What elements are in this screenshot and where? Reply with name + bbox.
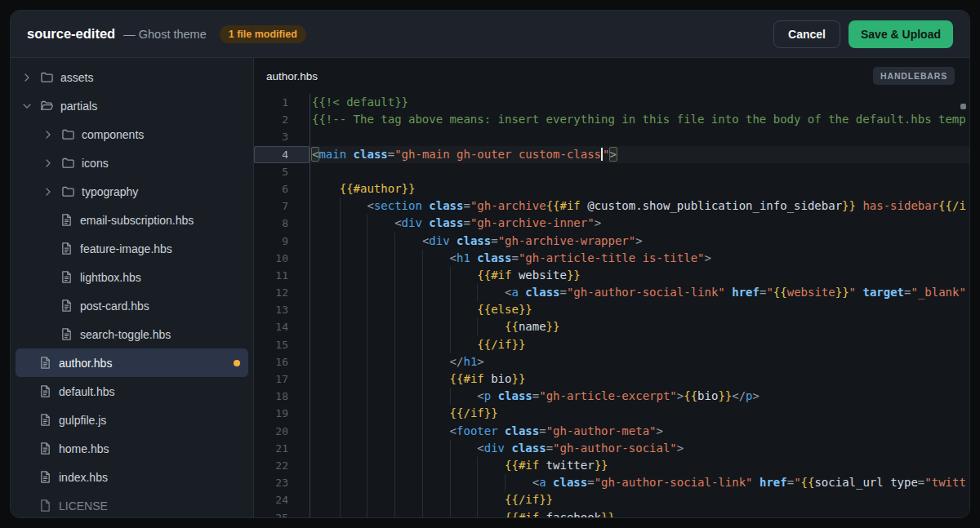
code-text: <a class="gh-author-social-link" href="{… — [310, 284, 969, 301]
file-tree: assetspartialscomponentsiconstypographye… — [11, 58, 254, 517]
code-line-14[interactable]: 14 {{name}} — [254, 318, 969, 335]
tree-file-lightbox-hbs[interactable]: lightbox.hbs — [16, 263, 248, 291]
line-number: 20 — [254, 423, 310, 440]
line-number: 15 — [254, 336, 310, 353]
editor-filename: author.hbs — [266, 70, 318, 82]
tree-file-search-toggle-hbs[interactable]: search-toggle.hbs — [16, 320, 248, 348]
code-line-21[interactable]: 21 <div class="gh-author-social"> — [254, 440, 969, 457]
tree-folder-assets[interactable]: assets — [16, 63, 248, 91]
code-line-12[interactable]: 12 <a class="gh-author-social-link" href… — [254, 284, 969, 301]
code-line-25[interactable]: 25 {{#if facebook}} — [254, 509, 969, 518]
code-text: <h1 class="gh-article-title is-title"> — [310, 250, 969, 267]
line-number: 17 — [254, 370, 310, 388]
header-actions: Cancel Save & Upload — [773, 20, 953, 48]
code-line-22[interactable]: 22 {{#if twitter}} — [254, 457, 969, 474]
tree-file-license[interactable]: LICENSE — [16, 491, 248, 517]
code-text: {{!< default}} — [310, 94, 969, 111]
tree-file-gulpfile-js[interactable]: gulpfile.js — [16, 406, 248, 434]
code-line-10[interactable]: 10 <h1 class="gh-article-title is-title"… — [254, 250, 969, 267]
line-number: 11 — [254, 267, 310, 284]
code-line-1[interactable]: 1{{!< default}} — [254, 94, 969, 111]
line-number: 8 — [254, 215, 310, 232]
cancel-button[interactable]: Cancel — [773, 20, 840, 48]
chevron-right-icon[interactable] — [20, 71, 33, 84]
line-number: 13 — [254, 301, 310, 318]
tree-item-label: LICENSE — [59, 499, 108, 512]
line-number: 5 — [254, 163, 310, 180]
editor-scrollbar-thumb[interactable] — [960, 104, 966, 109]
tree-folder-partials[interactable]: partials — [16, 91, 248, 120]
line-number: 16 — [254, 353, 310, 370]
line-number: 21 — [254, 440, 310, 457]
code-line-9[interactable]: 9 <div class="gh-archive-wrapper"> — [254, 233, 969, 250]
code-line-4[interactable]: 4<main class="gh-main gh-outer custom-cl… — [254, 146, 969, 163]
code-editor[interactable]: 1{{!< default}}2{{!-- The tag above mean… — [254, 94, 969, 517]
tree-item-label: partials — [60, 100, 97, 113]
file-plain-icon — [38, 499, 52, 512]
tree-file-home-hbs[interactable]: home.hbs — [16, 434, 248, 463]
line-number: 1 — [254, 94, 310, 111]
code-text: {{#author}} — [310, 180, 969, 197]
code-text: {{#if bio}} — [310, 370, 969, 388]
language-badge: HANDLEBARS — [873, 67, 955, 85]
chevron-down-icon[interactable] — [20, 100, 33, 113]
line-number: 19 — [254, 405, 310, 422]
code-text: {{name}} — [310, 318, 969, 335]
line-number: 3 — [254, 128, 310, 145]
code-line-3[interactable]: 3 — [254, 128, 969, 145]
code-line-17[interactable]: 17 {{#if bio}} — [254, 370, 969, 388]
tree-file-feature-image-hbs[interactable]: feature-image.hbs — [16, 234, 248, 263]
save-upload-button[interactable]: Save & Upload — [849, 20, 953, 48]
code-text — [310, 163, 969, 180]
tree-item-label: post-card.hbs — [80, 299, 149, 313]
gutter-divider — [310, 94, 310, 517]
modified-dot — [234, 360, 240, 366]
code-text: {{/if}} — [310, 405, 969, 422]
chevron-right-icon[interactable] — [42, 128, 55, 141]
main-content: assetspartialscomponentsiconstypographye… — [11, 58, 969, 517]
code-lines: 1{{!< default}}2{{!-- The tag above mean… — [254, 94, 969, 517]
code-line-20[interactable]: 20 <footer class="gh-author-meta"> — [254, 423, 969, 440]
code-line-2[interactable]: 2{{!-- The tag above means: insert every… — [254, 111, 969, 128]
code-line-24[interactable]: 24 {{/if}} — [254, 491, 969, 508]
tree-file-index-hbs[interactable]: index.hbs — [16, 463, 248, 491]
line-number: 9 — [254, 233, 310, 250]
code-line-23[interactable]: 23 <a class="gh-author-social-link" href… — [254, 474, 969, 491]
tree-item-label: typography — [82, 185, 138, 198]
tree-folder-icons[interactable]: icons — [16, 149, 248, 177]
file-text-icon — [60, 213, 74, 227]
code-line-11[interactable]: 11 {{#if website}} — [254, 267, 969, 284]
line-number: 24 — [254, 491, 310, 508]
tree-folder-components[interactable]: components — [16, 120, 248, 149]
tree-folder-typography[interactable]: typography — [16, 177, 248, 206]
code-text: <footer class="gh-author-meta"> — [310, 423, 969, 440]
code-line-8[interactable]: 8 <div class="gh-archive-inner"> — [254, 215, 969, 232]
folder-icon — [61, 184, 75, 198]
code-line-19[interactable]: 19 {{/if}} — [254, 405, 969, 422]
tree-file-default-hbs[interactable]: default.hbs — [16, 377, 248, 406]
tree-file-email-subscription-hbs[interactable]: email-subscription.hbs — [16, 206, 248, 234]
line-number: 10 — [254, 250, 310, 267]
code-line-7[interactable]: 7 <section class="gh-archive{{#if @custo… — [254, 197, 969, 215]
code-line-13[interactable]: 13 {{else}} — [254, 301, 969, 318]
code-line-18[interactable]: 18 <p class="gh-article-excerpt">{{bio}}… — [254, 388, 969, 405]
code-line-5[interactable]: 5 — [254, 163, 969, 180]
code-line-15[interactable]: 15 {{/if}} — [254, 336, 969, 353]
code-editor-panel: author.hbs HANDLEBARS 1{{!< default}}2{{… — [254, 58, 969, 517]
code-text: <p class="gh-article-excerpt">{{bio}}</p… — [310, 388, 969, 405]
chevron-right-icon[interactable] — [42, 185, 55, 198]
tree-item-label: index.hbs — [59, 471, 108, 484]
chevron-right-icon[interactable] — [42, 157, 55, 170]
code-line-6[interactable]: 6 {{#author}} — [254, 180, 969, 197]
code-line-16[interactable]: 16 </h1> — [254, 353, 969, 370]
line-number: 14 — [254, 318, 310, 335]
code-text: {{#if facebook}} — [310, 509, 969, 518]
tree-file-post-card-hbs[interactable]: post-card.hbs — [16, 291, 248, 320]
line-number: 6 — [254, 180, 310, 197]
tree-file-author-hbs[interactable]: author.hbs — [16, 348, 248, 377]
line-number: 12 — [254, 284, 310, 301]
folder-open-icon — [40, 99, 54, 113]
code-text: <div class="gh-archive-inner"> — [310, 215, 969, 232]
header-title-group: source-edited — Ghost theme 1 file modif… — [27, 25, 306, 43]
folder-icon — [61, 156, 75, 170]
